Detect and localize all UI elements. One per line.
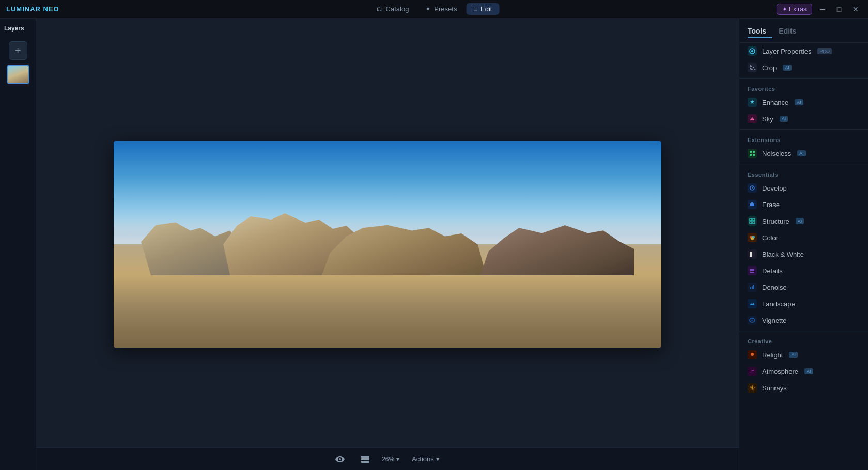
tool-develop-label: Develop [762, 184, 787, 192]
svg-point-14 [751, 237, 754, 240]
tool-layer-properties-label: Layer Properties [762, 48, 811, 55]
atmosphere-icon [748, 367, 757, 376]
zoom-display[interactable]: 26% ▾ [382, 456, 399, 463]
tool-details-label: Details [762, 267, 783, 275]
relight-icon [748, 350, 757, 359]
photo-frame [114, 141, 661, 348]
tool-structure-label: Structure [762, 217, 789, 225]
add-layer-button[interactable]: + [9, 41, 27, 60]
canvas-area: 26% ▾ Actions ▾ [36, 19, 739, 470]
tool-crop-label: Crop [762, 64, 777, 72]
tool-erase[interactable]: Erase [739, 196, 868, 213]
main-area: Layers + [0, 19, 868, 470]
tool-bw[interactable]: Black & White [739, 246, 868, 262]
tool-relight-badge: AI [789, 352, 798, 358]
tools-panel: Tools Edits Layer Properties PRO Crop AI [739, 19, 868, 470]
tool-structure[interactable]: Structure AI [739, 213, 868, 229]
extras-button[interactable]: ✦ Extras [777, 4, 812, 15]
favorites-section-label: Favorites [739, 81, 868, 94]
edit-nav-btn[interactable]: ≡ Edit [466, 3, 499, 15]
tool-sunrays[interactable]: Sunrays [739, 380, 868, 396]
desert-scene [114, 141, 661, 348]
tool-noiseless-badge: AI [797, 150, 806, 156]
details-icon [748, 266, 757, 275]
app-logo: LUMINAR NEO [6, 5, 59, 13]
essentials-section-label: Essentials [739, 166, 868, 180]
close-button[interactable]: ✕ [849, 3, 862, 15]
tool-denoise-label: Denoise [762, 284, 787, 291]
presets-nav-btn[interactable]: ✦ Presets [418, 3, 464, 15]
noiseless-icon [748, 149, 757, 158]
tool-noiseless[interactable]: Noiseless AI [739, 145, 868, 162]
tool-atmosphere-label: Atmosphere [762, 368, 798, 375]
layer-thumbnail[interactable] [7, 65, 29, 84]
tool-vignette-label: Vignette [762, 317, 786, 324]
layers-panel: Layers + [0, 19, 36, 470]
tool-enhance[interactable]: Enhance AI [739, 94, 868, 111]
rock-right [481, 223, 634, 275]
tool-sky-label: Sky [762, 115, 773, 123]
svg-rect-11 [751, 202, 753, 204]
extensions-section-label: Extensions [739, 132, 868, 145]
titlebar-center: 🗂 Catalog ✦ Presets ≡ Edit [369, 3, 500, 15]
enhance-icon [748, 98, 757, 107]
svg-point-23 [751, 387, 753, 389]
catalog-icon: 🗂 [376, 5, 383, 13]
tool-color[interactable]: Color [739, 229, 868, 246]
zoom-chevron: ▾ [396, 456, 399, 463]
tools-header: Tools Edits [739, 19, 868, 43]
tool-structure-badge: AI [796, 218, 804, 224]
bottom-padding [739, 396, 868, 406]
tool-landscape[interactable]: Landscape [739, 295, 868, 312]
actions-button[interactable]: Actions ▾ [408, 453, 444, 465]
rock-layer [114, 213, 661, 275]
tool-atmosphere[interactable]: Atmosphere AI [739, 363, 868, 380]
svg-point-21 [751, 320, 753, 321]
minimize-button[interactable]: ─ [816, 3, 829, 15]
svg-rect-0 [361, 456, 369, 458]
sky-icon [748, 114, 757, 123]
titlebar-right: ✦ Extras ─ □ ✕ [777, 3, 862, 15]
tool-sunrays-label: Sunrays [762, 384, 787, 392]
bw-icon [748, 249, 757, 259]
svg-rect-5 [750, 151, 752, 153]
bottom-toolbar: 26% ▾ Actions ▾ [36, 447, 739, 470]
divider-3 [739, 164, 868, 164]
color-icon [748, 233, 757, 242]
tool-color-label: Color [762, 234, 778, 242]
catalog-nav-btn[interactable]: 🗂 Catalog [369, 3, 416, 15]
vignette-icon [748, 316, 757, 325]
tab-tools[interactable]: Tools [748, 25, 772, 38]
tool-enhance-badge: AI [795, 99, 803, 105]
tool-sky[interactable]: Sky AI [739, 111, 868, 127]
sunrays-icon [748, 383, 757, 393]
visibility-toggle-button[interactable] [331, 454, 349, 464]
svg-rect-7 [750, 154, 752, 156]
tool-vignette[interactable]: Vignette [739, 312, 868, 328]
svg-rect-16 [752, 252, 755, 257]
tool-atmosphere-badge: AI [804, 368, 813, 374]
titlebar: LUMINAR NEO 🗂 Catalog ✦ Presets ≡ Edit ✦… [0, 0, 868, 19]
tool-crop-badge: AI [783, 65, 792, 71]
develop-icon [748, 183, 757, 193]
landscape-icon [748, 299, 757, 308]
svg-rect-6 [753, 151, 755, 153]
divider-2 [739, 129, 868, 130]
tool-noiseless-label: Noiseless [762, 150, 791, 158]
creative-section-label: Creative [739, 333, 868, 347]
layers-title: Layers [0, 25, 36, 36]
tool-crop[interactable]: Crop AI [739, 59, 868, 76]
tool-denoise[interactable]: Denoise [739, 279, 868, 295]
tool-relight[interactable]: Relight AI [739, 347, 868, 363]
svg-rect-15 [750, 252, 752, 257]
tool-details[interactable]: Details [739, 262, 868, 279]
tool-sky-badge: AI [780, 116, 788, 122]
tool-bw-label: Black & White [762, 250, 804, 258]
layers-icon-button[interactable] [357, 453, 374, 465]
tool-layer-properties[interactable]: Layer Properties PRO [739, 43, 868, 59]
maximize-button[interactable]: □ [833, 3, 845, 15]
svg-rect-2 [361, 461, 369, 463]
tab-edits[interactable]: Edits [779, 25, 802, 38]
tool-develop[interactable]: Develop [739, 180, 868, 196]
layer-properties-icon [748, 46, 757, 56]
